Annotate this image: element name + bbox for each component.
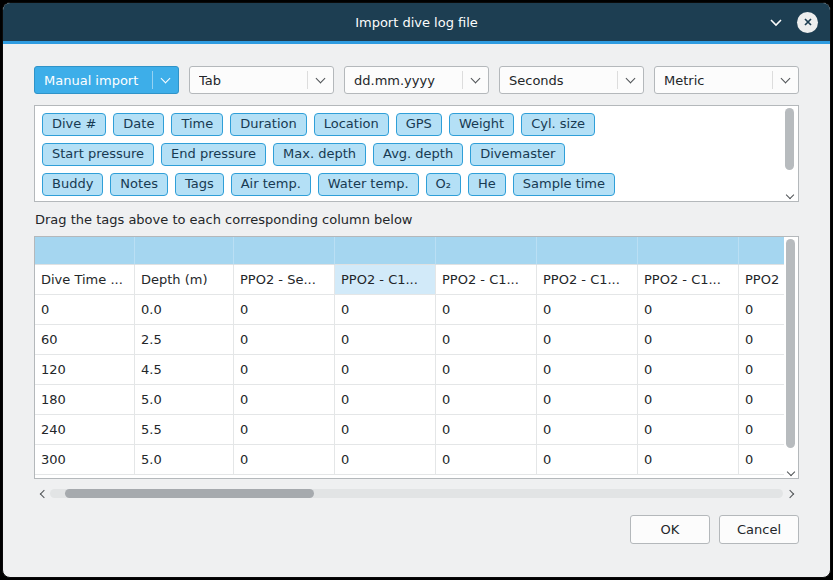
close-button[interactable] — [797, 12, 818, 33]
chevron-down-icon — [772, 71, 789, 89]
drop-target-cell[interactable] — [234, 237, 335, 265]
chevron-right-icon[interactable] — [783, 491, 799, 497]
tag-dive[interactable]: Dive # — [42, 113, 106, 136]
table-cell: 60 — [35, 325, 135, 355]
chevron-down-icon[interactable] — [769, 18, 783, 27]
drop-target-cell[interactable] — [436, 237, 537, 265]
drop-target-cell[interactable] — [537, 237, 638, 265]
table-row: 3005.0000000 — [35, 445, 784, 475]
combo-import-mode[interactable]: Manual import — [34, 66, 179, 94]
cancel-button[interactable]: Cancel — [719, 515, 799, 544]
table-cell: 0 — [234, 355, 335, 385]
column-header[interactable]: PPO2 - C1... — [638, 265, 739, 295]
table-scrollbar[interactable] — [784, 239, 796, 476]
tag-air-temp[interactable]: Air temp. — [231, 173, 311, 196]
tag-time[interactable]: Time — [171, 113, 223, 136]
table-cell: 0 — [739, 415, 784, 445]
tag-avg-depth[interactable]: Avg. depth — [373, 143, 463, 166]
tag-start-pressure[interactable]: Start pressure — [42, 143, 154, 166]
combo-time-format[interactable]: Seconds — [499, 66, 644, 94]
tag-divemaster[interactable]: Divemaster — [470, 143, 565, 166]
tag-sample-time[interactable]: Sample time — [513, 173, 615, 196]
tag-water-temp[interactable]: Water temp. — [318, 173, 419, 196]
table-cell: 0 — [638, 415, 739, 445]
table-body: 00.0000000602.50000001204.50000001805.00… — [35, 295, 784, 475]
table-cell: 180 — [35, 385, 135, 415]
scrollbar-track[interactable] — [50, 489, 783, 498]
drop-target-cell[interactable] — [335, 237, 436, 265]
chevron-down-icon — [617, 71, 634, 89]
preview-table: Dive Time ...Depth (m)PPO2 - Se...PPO2 -… — [34, 236, 799, 479]
titlebar[interactable]: Import dive log file — [3, 3, 830, 41]
table-cell: 0 — [537, 325, 638, 355]
table-cell: 0 — [436, 325, 537, 355]
drop-target-cell[interactable] — [135, 237, 234, 265]
table-cell: 120 — [35, 355, 135, 385]
horizontal-scrollbar[interactable] — [34, 486, 799, 501]
scrollbar-thumb[interactable] — [65, 489, 314, 498]
table-cell: 0 — [537, 295, 638, 325]
table-cell: 0 — [638, 385, 739, 415]
table-cell: 0 — [335, 385, 436, 415]
tag-weight[interactable]: Weight — [449, 113, 514, 136]
table-cell: 240 — [35, 415, 135, 445]
table-cell: 0 — [335, 295, 436, 325]
tag-gps[interactable]: GPS — [396, 113, 442, 136]
tag-date[interactable]: Date — [113, 113, 164, 136]
combo-value: Seconds — [509, 73, 617, 88]
combo-value: Manual import — [44, 73, 152, 88]
tag-notes[interactable]: Notes — [110, 173, 168, 196]
tag-tags[interactable]: Tags — [175, 173, 224, 196]
table-header-row: Dive Time ...Depth (m)PPO2 - Se...PPO2 -… — [35, 265, 784, 295]
scrollbar-thumb[interactable] — [786, 239, 795, 448]
table-cell: 0 — [739, 385, 784, 415]
chevron-down-icon — [462, 71, 479, 89]
tag-buddy[interactable]: Buddy — [42, 173, 103, 196]
column-header[interactable]: PPO2 — [739, 265, 784, 295]
column-header[interactable]: Dive Time ... — [35, 265, 135, 295]
table-cell: 0 — [436, 385, 537, 415]
dialog-button-row: OK Cancel — [34, 515, 799, 544]
drop-target-cell[interactable] — [35, 237, 135, 265]
table-cell: 0 — [739, 295, 784, 325]
tag-o[interactable]: O₂ — [426, 173, 461, 196]
tag-location[interactable]: Location — [314, 113, 389, 136]
chevron-down-icon[interactable] — [784, 472, 797, 475]
chevron-left-icon[interactable] — [34, 491, 50, 497]
column-header[interactable]: PPO2 - C1... — [537, 265, 638, 295]
dialog-title: Import dive log file — [355, 15, 478, 30]
table-cell: 0 — [436, 355, 537, 385]
close-icon — [803, 17, 813, 27]
tag-pool: Dive #DateTimeDurationLocationGPSWeightC… — [34, 105, 799, 202]
table-cell: 0 — [436, 295, 537, 325]
table-row: 2405.5000000 — [35, 415, 784, 445]
scrollbar-thumb[interactable] — [785, 108, 794, 170]
table-cell: 0 — [638, 355, 739, 385]
table-cell: 0 — [537, 355, 638, 385]
column-header[interactable]: PPO2 - C1... — [335, 265, 436, 295]
combo-units[interactable]: Metric — [654, 66, 799, 94]
combo-field-separator[interactable]: Tab — [189, 66, 334, 94]
tag-duration[interactable]: Duration — [230, 113, 306, 136]
column-header[interactable]: Depth (m) — [135, 265, 234, 295]
tag-cyl-size[interactable]: Cyl. size — [521, 113, 595, 136]
table-cell: 0 — [436, 445, 537, 475]
ok-button[interactable]: OK — [630, 515, 710, 544]
import-dialog: Import dive log file Manual import Tab d… — [2, 2, 831, 578]
combo-date-format[interactable]: dd.mm.yyyy — [344, 66, 489, 94]
table-cell: 0 — [537, 385, 638, 415]
drop-target-cell[interactable] — [638, 237, 739, 265]
column-header[interactable]: PPO2 - Se... — [234, 265, 335, 295]
table-cell: 5.0 — [135, 445, 234, 475]
table-cell: 0 — [739, 325, 784, 355]
table-cell: 0 — [335, 325, 436, 355]
column-header[interactable]: PPO2 - C1... — [436, 265, 537, 295]
tag-end-pressure[interactable]: End pressure — [161, 143, 266, 166]
tag-he[interactable]: He — [468, 173, 506, 196]
tag-pool-scrollbar[interactable] — [783, 108, 796, 199]
tag-max-depth[interactable]: Max. depth — [273, 143, 366, 166]
table-cell: 0 — [335, 415, 436, 445]
table-cell: 0 — [739, 355, 784, 385]
chevron-down-icon[interactable] — [783, 195, 796, 198]
drop-target-cell[interactable] — [739, 237, 784, 265]
